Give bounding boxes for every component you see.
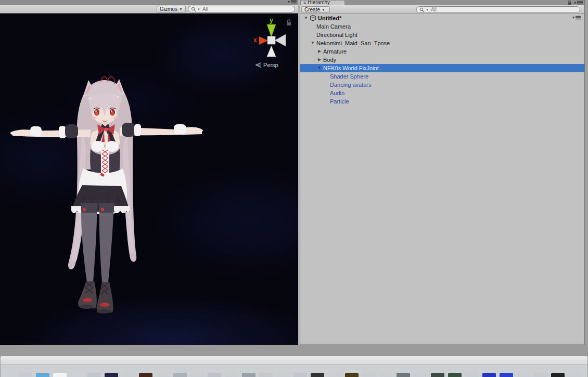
asset-thumbnail[interactable] <box>53 373 67 377</box>
character-head <box>87 81 122 124</box>
asset-thumbnail[interactable] <box>139 373 152 377</box>
chevron-down-icon: ▼ <box>179 7 183 11</box>
axis-y-cone[interactable] <box>267 24 276 37</box>
hierarchy-row-dancing-avatars[interactable]: Dancing avatars <box>300 81 584 89</box>
asset-thumbnail[interactable] <box>517 373 530 377</box>
foldout-expanded-icon[interactable]: ▼ <box>303 16 309 20</box>
asset-thumbnail[interactable] <box>293 373 307 377</box>
scene-toolbar: Gizmos ▼ ▼ All <box>0 5 298 14</box>
hamburger-icon <box>576 16 581 20</box>
hierarchy-toolbar: Create ▼ ▼ All <box>300 5 584 14</box>
axis-x-cone[interactable] <box>259 36 268 45</box>
asset-thumbnail[interactable] <box>362 373 376 377</box>
axis-neg-y-cone[interactable] <box>267 46 276 57</box>
search-filter-chevron-icon[interactable]: ▼ <box>426 8 429 11</box>
asset-thumbnail[interactable] <box>259 373 273 377</box>
asset-thumbnail[interactable] <box>122 373 135 377</box>
asset-thumbnail[interactable] <box>156 373 170 377</box>
axis-neg-x-cone[interactable] <box>275 34 286 46</box>
asset-thumbnail[interactable] <box>208 373 221 377</box>
asset-thumbnail[interactable] <box>551 373 565 377</box>
search-icon <box>191 7 196 12</box>
asset-thumbnail[interactable] <box>482 373 496 377</box>
axis-x-label: x <box>253 36 257 44</box>
project-panel <box>0 356 588 377</box>
asset-thumbnail[interactable] <box>568 373 582 377</box>
hierarchy-row-nek0s-world-fixjoint[interactable]: ▼NEK0s World FixJoint <box>300 64 584 72</box>
window-gap <box>0 345 588 356</box>
asset-thumbnail[interactable] <box>276 373 290 377</box>
hierarchy-item-label: Nekomimi_Maid_San_Tpose <box>316 40 390 47</box>
asset-thumbnail[interactable] <box>242 373 255 377</box>
projection-mode-toggle[interactable]: Persp <box>255 62 278 68</box>
hamburger-icon <box>577 1 583 5</box>
foldout-expanded-icon[interactable]: ▼ <box>317 66 322 70</box>
asset-thumbnail[interactable] <box>397 373 410 377</box>
panel-tab-icon: ≡ <box>303 0 306 5</box>
hierarchy-row-audio[interactable]: Audio <box>300 89 584 97</box>
hierarchy-search-placeholder: All <box>431 7 437 13</box>
hierarchy-row-body[interactable]: ▶Body <box>300 56 584 64</box>
scene-viewport[interactable]: y x Persp <box>0 14 298 345</box>
asset-thumbnail[interactable] <box>311 373 324 377</box>
asset-thumbnail[interactable] <box>534 373 547 377</box>
create-button[interactable]: Create ▼ <box>301 6 330 13</box>
foldout-expanded-icon[interactable]: ▼ <box>310 41 315 45</box>
gizmos-button[interactable]: Gizmos ▼ <box>157 6 186 12</box>
foldout-collapsed-icon[interactable]: ▶ <box>317 57 322 62</box>
hierarchy-item-label: Audio <box>330 89 344 97</box>
asset-thumbnail[interactable] <box>225 373 238 377</box>
asset-thumbnail[interactable] <box>345 373 359 377</box>
asset-thumbnail[interactable] <box>36 373 49 377</box>
asset-thumbnail[interactable] <box>465 373 479 377</box>
lock-icon <box>286 19 292 26</box>
asset-thumbnail[interactable] <box>70 373 84 377</box>
hamburger-icon <box>291 0 297 4</box>
scene-context-menu-icon[interactable]: ▾ <box>572 15 581 20</box>
lock-icon[interactable] <box>567 0 572 5</box>
hierarchy-search-input[interactable]: ▼ All <box>416 6 580 13</box>
create-button-label: Create <box>304 7 320 12</box>
hierarchy-item-label: Armature <box>323 48 347 55</box>
hierarchy-row-directional-light[interactable]: Directional Light <box>300 31 584 39</box>
search-filter-chevron-icon[interactable]: ▼ <box>197 8 200 11</box>
hierarchy-tab-bar: ≡ Hierarchy ▾ <box>300 0 584 5</box>
asset-thumbnail[interactable] <box>173 373 187 377</box>
asset-thumbnail[interactable] <box>500 373 513 377</box>
asset-thumbnail[interactable] <box>379 373 393 377</box>
hierarchy-row-shader-sphere[interactable]: Shader Sphere <box>300 72 584 81</box>
scene-panel-menu-icon[interactable]: ▾ <box>288 0 297 4</box>
hierarchy-item-label: Main Camera <box>316 23 351 30</box>
tab-hierarchy[interactable]: ≡ Hierarchy <box>300 0 345 5</box>
unity-editor-window: ▾ Gizmos ▼ ▼ All <box>0 0 588 377</box>
project-panel-header <box>1 356 587 365</box>
scene-panel: ▾ Gizmos ▼ ▼ All <box>0 0 298 345</box>
gizmos-button-label: Gizmos <box>160 6 177 12</box>
hierarchy-item-label: NEK0s World FixJoint <box>323 64 379 72</box>
hierarchy-row-main-camera[interactable]: Main Camera <box>300 22 584 31</box>
hierarchy-item-label: Particle <box>330 98 349 105</box>
unity-scene-icon <box>310 15 316 21</box>
asset-thumbnail[interactable] <box>431 373 444 377</box>
scene-search-input[interactable]: ▼ All <box>188 6 295 12</box>
window-right-edge <box>584 0 588 345</box>
hierarchy-row-armature[interactable]: ▶Armature <box>300 47 584 56</box>
scene-search-placeholder: All <box>202 6 208 12</box>
hierarchy-row-nekomimi-maid-san-tpose[interactable]: ▼Nekomimi_Maid_San_Tpose <box>300 39 584 47</box>
gizmo-center-cube[interactable] <box>267 36 275 44</box>
asset-thumbnail[interactable] <box>87 373 101 377</box>
persp-label: Persp <box>263 62 278 68</box>
hierarchy-panel-menu-icon[interactable]: ▾ <box>574 0 583 5</box>
asset-thumbnail[interactable] <box>19 373 32 377</box>
hierarchy-item-label: Dancing avatars <box>330 81 372 88</box>
hierarchy-panel: ≡ Hierarchy ▾ Create ▼ <box>300 0 584 344</box>
hierarchy-row-untitled[interactable]: ▼Untitled*▾ <box>300 14 584 22</box>
hierarchy-row-particle[interactable]: Particle <box>300 97 584 106</box>
asset-thumbnail[interactable] <box>414 373 427 377</box>
asset-thumbnail[interactable] <box>328 373 341 377</box>
asset-thumbnail[interactable] <box>448 373 462 377</box>
foldout-collapsed-icon[interactable]: ▶ <box>317 49 322 54</box>
hierarchy-item-label: Body <box>323 56 336 63</box>
asset-thumbnail[interactable] <box>190 373 204 377</box>
asset-thumbnail[interactable] <box>105 373 118 377</box>
